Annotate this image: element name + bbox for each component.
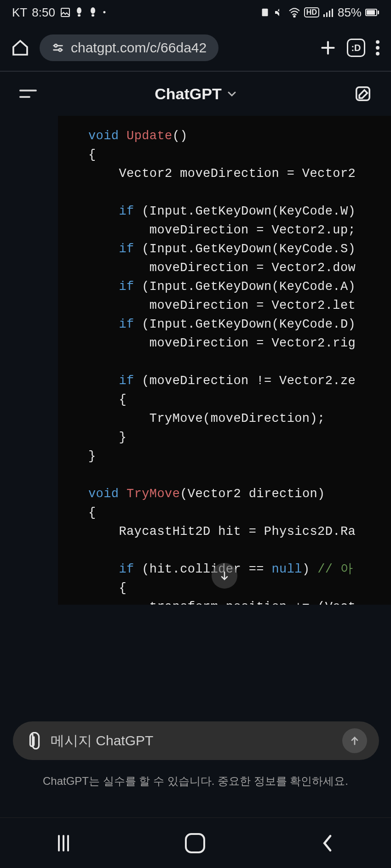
svg-rect-9 [326,12,328,17]
svg-point-20 [376,52,380,56]
chevron-down-icon [227,91,236,97]
browser-bar: chatgpt.com/c/66da42 :D [0,25,391,71]
nav-back-button[interactable] [321,834,333,852]
mute-icon [274,7,285,18]
scroll-down-button[interactable] [212,563,237,589]
send-button[interactable] [342,728,367,753]
image-icon [60,7,71,18]
app-header: ChatGPT [0,72,391,116]
svg-point-18 [376,40,380,44]
svg-rect-4 [92,14,94,17]
svg-point-7 [293,16,295,17]
tabs-button[interactable]: :D [347,39,365,57]
more-icon[interactable] [375,39,380,57]
attachment-icon[interactable] [25,732,40,749]
app-title-text: ChatGPT [155,85,221,103]
system-nav-bar [0,817,391,868]
svg-point-1 [77,7,81,14]
status-left: KT 8:50 • [12,6,106,20]
battery-percent: 85% [338,6,362,20]
battery-icon [365,9,379,16]
wifi-icon [288,7,300,17]
svg-rect-11 [332,9,333,17]
url-text: chatgpt.com/c/66da42 [71,40,207,56]
hd-badge: HD [304,7,319,17]
svg-point-15 [59,49,62,51]
arrow-down-icon [219,570,230,581]
arrow-up-icon [349,735,360,746]
battery-saver-icon [260,7,270,17]
menu-icon[interactable] [19,90,37,98]
compose-icon[interactable] [354,85,372,102]
svg-rect-0 [61,8,69,17]
footprint-icon [75,7,85,18]
svg-rect-5 [262,9,268,17]
svg-point-3 [91,7,95,14]
svg-rect-8 [323,14,325,17]
status-bar: KT 8:50 • HD 85% [0,0,391,25]
svg-point-13 [54,44,57,47]
nav-home-button[interactable] [185,833,205,853]
svg-rect-2 [78,14,80,17]
disclaimer-text: ChatGPT는 실수를 할 수 있습니다. 중요한 정보를 확인하세요. [0,774,391,789]
model-selector[interactable]: ChatGPT [155,85,236,103]
signal-icon [323,8,334,17]
url-bar[interactable]: chatgpt.com/c/66da42 [40,34,218,61]
dot-icon: • [103,8,106,17]
footprint-icon [89,7,98,18]
svg-rect-10 [329,11,330,17]
message-content[interactable]: void Update() { Vector2 moveDirection = … [58,116,391,605]
site-settings-icon[interactable] [52,41,64,54]
status-right: HD 85% [260,6,379,20]
home-icon[interactable] [11,39,29,57]
message-placeholder: 메시지 ChatGPT [51,732,332,750]
carrier-label: KT [12,6,27,20]
time-label: 8:50 [32,6,55,20]
new-tab-icon[interactable] [319,39,337,57]
svg-point-19 [376,46,380,50]
message-input[interactable]: 메시지 ChatGPT [13,721,379,760]
code-block: void Update() { Vector2 moveDirection = … [58,116,391,605]
nav-recents-button[interactable] [58,835,69,851]
